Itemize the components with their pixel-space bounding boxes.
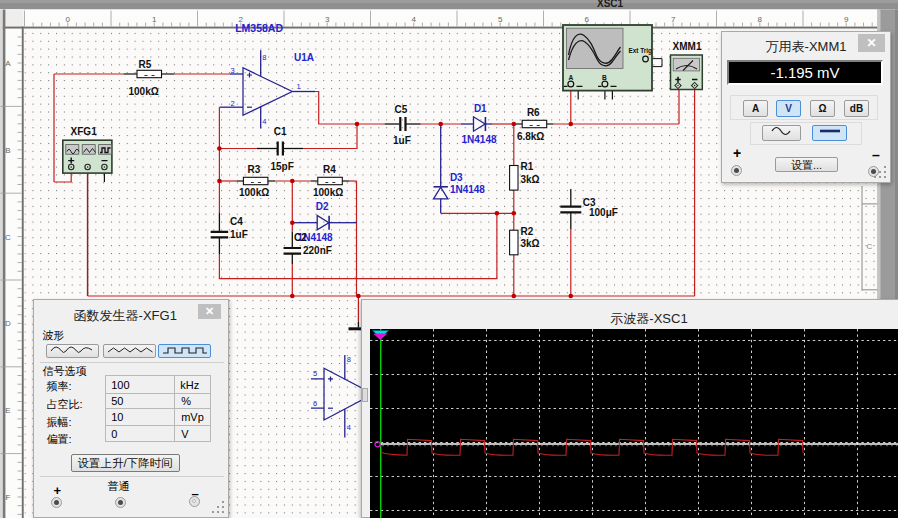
svg-text:3kΩ: 3kΩ (521, 174, 540, 185)
svg-text:F: F (6, 493, 11, 502)
svg-text:C: C (5, 233, 11, 242)
svg-text:1: 1 (296, 82, 300, 91)
svg-text:1N4148: 1N4148 (450, 184, 485, 195)
svg-text:9: 9 (844, 15, 849, 24)
svg-text:6: 6 (313, 399, 317, 408)
svg-text:Ext Trig: Ext Trig (629, 47, 653, 55)
svg-text:C4: C4 (230, 216, 243, 227)
svg-text:3: 3 (231, 66, 235, 75)
svg-text:100kΩ: 100kΩ (239, 187, 269, 198)
svg-text:A: A (569, 74, 574, 81)
svg-text:R6: R6 (527, 107, 540, 118)
svg-text:1uF: 1uF (393, 135, 411, 146)
svg-text:100kΩ: 100kΩ (129, 86, 159, 97)
svg-text:E: E (5, 406, 10, 415)
svg-text:D2: D2 (316, 201, 329, 212)
svg-text:LM358AD: LM358AD (235, 22, 283, 34)
svg-text:220nF: 220nF (303, 245, 332, 256)
svg-text:4: 4 (411, 15, 416, 24)
svg-text:R2: R2 (521, 226, 534, 237)
svg-text:XFG1: XFG1 (71, 126, 98, 137)
svg-text:0: 0 (65, 15, 70, 24)
svg-text:A: A (5, 59, 11, 68)
svg-text:8: 8 (347, 355, 351, 364)
svg-text:R1: R1 (521, 161, 534, 172)
svg-text:3: 3 (325, 15, 330, 24)
svg-text:8: 8 (757, 15, 762, 24)
svg-text:1: 1 (152, 15, 157, 24)
svg-text:5: 5 (313, 369, 317, 378)
svg-text:D3: D3 (450, 172, 463, 183)
svg-text:5: 5 (498, 15, 503, 24)
svg-text:C2: C2 (294, 232, 307, 243)
svg-text:R5: R5 (139, 59, 152, 70)
svg-text:D: D (5, 319, 11, 328)
svg-text:6: 6 (584, 15, 589, 24)
svg-text:15pF: 15pF (271, 161, 294, 172)
svg-text:U1A: U1A (294, 52, 314, 63)
svg-text:4: 4 (347, 423, 351, 432)
svg-text:C: C (867, 242, 873, 251)
svg-text:100kΩ: 100kΩ (313, 187, 343, 198)
svg-text:4: 4 (262, 117, 266, 126)
svg-text:1uF: 1uF (230, 229, 248, 240)
svg-text:C1: C1 (274, 126, 287, 137)
svg-text:D1: D1 (474, 103, 487, 114)
svg-text:8: 8 (262, 53, 266, 62)
svg-text:B: B (5, 146, 10, 155)
svg-text:C5: C5 (395, 104, 408, 115)
svg-text:3kΩ: 3kΩ (521, 238, 540, 249)
svg-text:2: 2 (231, 99, 235, 108)
svg-text:XMM1: XMM1 (673, 41, 702, 52)
svg-text:XSC1: XSC1 (597, 0, 624, 9)
svg-text:B: B (602, 74, 607, 81)
svg-text:R4: R4 (323, 164, 336, 175)
svg-text:6.8kΩ: 6.8kΩ (517, 131, 544, 142)
svg-text:7: 7 (671, 15, 676, 24)
svg-text:R3: R3 (248, 164, 261, 175)
svg-text:1N4148: 1N4148 (462, 134, 497, 145)
svg-text:100μF: 100μF (589, 207, 618, 218)
